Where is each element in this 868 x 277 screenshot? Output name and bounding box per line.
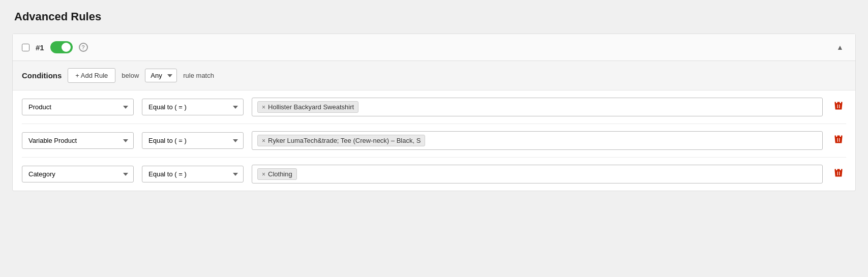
operator-select-1[interactable]: Equal to ( = ) Not equal to ( != ) Great… bbox=[142, 99, 244, 115]
tag-close-3-1[interactable]: × bbox=[262, 171, 265, 177]
tag-label-3-1: Clothing bbox=[268, 170, 292, 178]
add-rule-button[interactable]: + Add Rule bbox=[68, 68, 115, 83]
conditions-header: Conditions + Add Rule below Any All rule… bbox=[13, 61, 855, 90]
rule-number: #1 bbox=[36, 43, 44, 52]
field-select-wrapper-1: Product Variable Product Category SKU Pr… bbox=[22, 99, 134, 115]
condition-row: Product Variable Product Category SKU Pr… bbox=[22, 90, 846, 124]
tag-close-2-1[interactable]: × bbox=[262, 138, 265, 144]
collapse-icon[interactable]: ▲ bbox=[834, 41, 846, 53]
value-field-1[interactable]: × Hollister Backyard Sweatshirt bbox=[252, 98, 823, 116]
operator-select-2[interactable]: Equal to ( = ) Not equal to ( != ) Great… bbox=[142, 132, 244, 149]
value-field-2[interactable]: × Ryker LumaTech&trade; Tee (Crew-neck) … bbox=[252, 131, 823, 150]
help-icon[interactable]: ? bbox=[79, 43, 88, 52]
field-select-wrapper-3: Product Variable Product Category SKU Pr… bbox=[22, 166, 134, 182]
operator-select-wrapper-2: Equal to ( = ) Not equal to ( != ) Great… bbox=[142, 132, 244, 149]
rule-match-label: rule match bbox=[183, 72, 214, 79]
toggle-slider bbox=[50, 41, 73, 53]
field-select-1[interactable]: Product Variable Product Category SKU Pr… bbox=[22, 99, 134, 115]
rule-header-left: #1 ? bbox=[22, 41, 88, 53]
tag-label-2-1: Ryker LumaTech&trade; Tee (Crew-neck) – … bbox=[268, 137, 421, 144]
rule-body: Conditions + Add Rule below Any All rule… bbox=[13, 61, 855, 191]
rule-header: #1 ? ▲ bbox=[13, 34, 855, 61]
tag-close-1-1[interactable]: × bbox=[262, 104, 265, 110]
rule-checkbox[interactable] bbox=[22, 44, 29, 51]
toggle-switch[interactable] bbox=[50, 41, 73, 53]
field-select-wrapper-2: Product Variable Product Category SKU Pr… bbox=[22, 132, 134, 149]
rule-card: #1 ? ▲ Conditions + Add Rule below bbox=[12, 34, 856, 191]
delete-row-3-button[interactable] bbox=[831, 166, 846, 182]
tag-1-1: × Hollister Backyard Sweatshirt bbox=[257, 101, 358, 113]
operator-select-wrapper-1: Equal to ( = ) Not equal to ( != ) Great… bbox=[142, 99, 244, 115]
tag-2-1: × Ryker LumaTech&trade; Tee (Crew-neck) … bbox=[257, 135, 425, 146]
below-label: below bbox=[122, 72, 139, 79]
conditions-label: Conditions bbox=[22, 71, 62, 80]
any-select[interactable]: Any All bbox=[145, 69, 177, 82]
page-title: Advanced Rules bbox=[12, 10, 856, 23]
delete-row-2-button[interactable] bbox=[831, 132, 846, 149]
operator-select-wrapper-3: Equal to ( = ) Not equal to ( != ) Great… bbox=[142, 166, 244, 182]
tag-3-1: × Clothing bbox=[257, 168, 297, 180]
condition-row: Product Variable Product Category SKU Pr… bbox=[22, 158, 846, 191]
value-field-3[interactable]: × Clothing bbox=[252, 165, 823, 183]
page-wrapper: Advanced Rules #1 ? ▲ bbox=[0, 0, 868, 277]
operator-select-3[interactable]: Equal to ( = ) Not equal to ( != ) Great… bbox=[142, 166, 244, 182]
condition-row: Product Variable Product Category SKU Pr… bbox=[22, 124, 846, 158]
delete-row-1-button[interactable] bbox=[831, 99, 846, 115]
field-select-2[interactable]: Product Variable Product Category SKU Pr… bbox=[22, 132, 134, 149]
conditions-rows: Product Variable Product Category SKU Pr… bbox=[13, 90, 855, 191]
field-select-3[interactable]: Product Variable Product Category SKU Pr… bbox=[22, 166, 134, 182]
tag-label-1-1: Hollister Backyard Sweatshirt bbox=[268, 103, 354, 111]
